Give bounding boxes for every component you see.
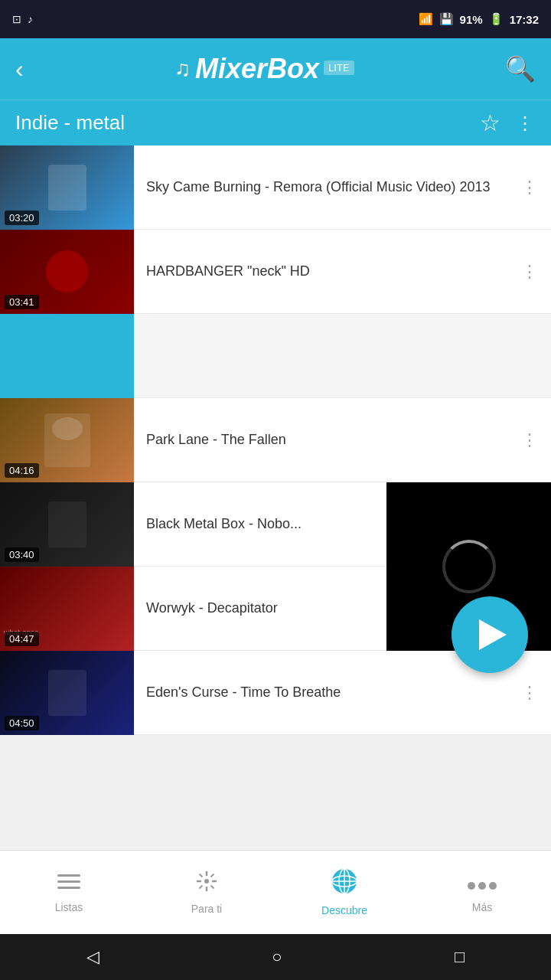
list-item-placeholder <box>0 314 551 398</box>
list-item[interactable]: 03:40 Black Metal Box - Nobo... <box>0 482 551 567</box>
recent-system-button[interactable]: □ <box>455 947 465 967</box>
system-nav: ◁ ○ □ <box>0 934 551 980</box>
list-item[interactable]: 03:20 Sky Came Burning - Remora (Officia… <box>0 145 551 230</box>
battery-level: 91% <box>460 13 483 26</box>
svg-line-9 <box>211 886 214 889</box>
logo-note-icon: ♫ <box>174 57 191 81</box>
svg-rect-2 <box>57 887 80 889</box>
song-menu-4[interactable]: ⋮ <box>509 430 551 450</box>
category-actions: ☆ ⋮ <box>480 109 536 136</box>
song-menu-1[interactable]: ⋮ <box>509 178 551 198</box>
song-title-7: Eden's Curse - Time To Breathe <box>134 684 509 701</box>
para-ti-icon <box>195 870 218 898</box>
more-options-button[interactable]: ⋮ <box>516 113 536 134</box>
favorite-button[interactable]: ☆ <box>480 109 500 136</box>
music-icon: ♪ <box>28 13 33 25</box>
song-menu-2[interactable]: ⋮ <box>509 262 551 282</box>
thumbnail-2: 03:41 <box>0 230 134 314</box>
list-item[interactable]: 04:16 Park Lane - The Fallen ⋮ <box>0 398 551 482</box>
play-button[interactable] <box>452 596 528 673</box>
song-title-4: Park Lane - The Fallen <box>134 431 509 449</box>
duration-2: 03:41 <box>5 295 39 309</box>
back-system-button[interactable]: ◁ <box>86 947 99 967</box>
bottom-nav: Listas Para ti <box>0 850 551 934</box>
thumbnail-6: what once... 04:47 <box>0 567 134 651</box>
duration-5: 03:40 <box>5 547 39 562</box>
category-title: Indie - metal <box>15 111 125 135</box>
svg-point-3 <box>204 879 209 884</box>
mas-label: Más <box>472 901 492 913</box>
svg-point-18 <box>478 882 486 890</box>
nav-item-mas[interactable]: Más <box>413 866 551 920</box>
song-list: 03:20 Sky Came Burning - Remora (Officia… <box>0 145 551 850</box>
song-title-1: Sky Came Burning - Remora (Official Musi… <box>134 178 509 196</box>
battery-icon: 🔋 <box>489 12 504 26</box>
duration-1: 03:20 <box>5 211 39 225</box>
thumbnail-1: 03:20 <box>0 145 134 230</box>
nav-item-para-ti[interactable]: Para ti <box>138 864 276 921</box>
thumbnail-7: 04:50 <box>0 651 134 735</box>
play-icon <box>479 619 507 650</box>
logo-lite-badge: LITE <box>324 60 354 75</box>
descubre-label: Descubre <box>321 904 367 916</box>
duration-7: 04:50 <box>5 716 39 730</box>
loading-spinner <box>442 540 496 593</box>
svg-rect-1 <box>57 880 80 883</box>
duration-6: 04:47 <box>5 632 39 646</box>
svg-line-11 <box>200 886 203 889</box>
status-left: ⊡ ♪ <box>12 13 33 25</box>
thumbnail-4: 04:16 <box>0 398 134 482</box>
wifi-icon: 📶 <box>419 12 433 26</box>
mas-icon <box>467 872 497 897</box>
status-right: 📶 💾 91% 🔋 17:32 <box>419 12 539 26</box>
svg-rect-0 <box>57 874 80 877</box>
clock: 17:32 <box>510 13 539 26</box>
para-ti-label: Para ti <box>191 903 222 915</box>
category-bar: Indie - metal ☆ ⋮ <box>0 100 551 145</box>
duration-4: 04:16 <box>5 463 39 478</box>
search-button[interactable]: 🔍 <box>505 54 536 83</box>
thumbnail-5: 03:40 <box>0 482 134 567</box>
back-button[interactable]: ‹ <box>15 55 24 83</box>
nav-item-descubre[interactable]: Descubre <box>276 862 413 923</box>
nav-item-listas[interactable]: Listas <box>0 866 138 920</box>
svg-point-17 <box>468 882 475 890</box>
storage-icon: 💾 <box>439 12 454 26</box>
svg-point-19 <box>489 882 497 890</box>
svg-line-10 <box>211 874 214 877</box>
home-system-button[interactable]: ○ <box>272 947 282 967</box>
thumbnail-placeholder <box>0 314 134 398</box>
logo-text: MixerBox <box>195 53 319 85</box>
logo: ♫ MixerBox LITE <box>174 53 354 85</box>
song-menu-7[interactable]: ⋮ <box>509 683 551 703</box>
status-bar: ⊡ ♪ 📶 💾 91% 🔋 17:32 <box>0 0 551 38</box>
top-bar: ‹ ♫ MixerBox LITE 🔍 <box>0 38 551 100</box>
svg-line-8 <box>200 874 203 877</box>
listas-icon <box>57 872 80 897</box>
listas-label: Listas <box>55 901 83 913</box>
list-item[interactable]: 03:41 HARDBANGER "neck" HD ⋮ <box>0 230 551 314</box>
song-title-2: HARDBANGER "neck" HD <box>134 263 509 280</box>
notification-icon: ⊡ <box>12 13 21 25</box>
descubre-icon <box>331 868 357 900</box>
